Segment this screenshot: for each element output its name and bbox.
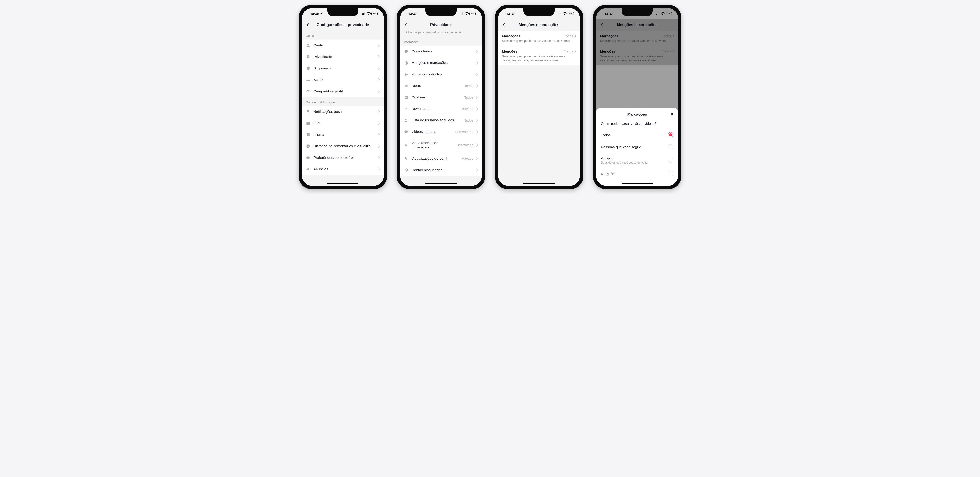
svg-text:A: A <box>307 134 309 136</box>
content[interactable]: Conta Conta Privacidade Segurança <box>302 31 384 186</box>
wifi-icon <box>366 12 370 15</box>
header-title: Configurações e privacidade <box>317 23 369 27</box>
close-button[interactable] <box>670 112 674 117</box>
row-stitch[interactable]: Costurar Todos <box>400 92 482 103</box>
row-comments[interactable]: Comentários <box>400 46 482 57</box>
svg-rect-2 <box>307 122 310 124</box>
chevron-right-icon <box>476 84 478 88</box>
row-value: Desativado <box>457 143 473 147</box>
status-time: 14:48 <box>408 12 417 16</box>
duet-icon <box>404 84 409 88</box>
chevron-right-icon <box>574 50 576 53</box>
row-blocked[interactable]: Contas bloqueadas <box>400 164 482 176</box>
back-button[interactable] <box>403 22 409 27</box>
content[interactable]: TikTok usa para personalizar sua experiê… <box>400 31 482 186</box>
row-tags[interactable]: Marcações Todos Selecione quem pode marc… <box>498 31 580 46</box>
header-title: Privacidade <box>430 23 452 27</box>
cellular-icon <box>558 13 561 15</box>
row-label: Visualizações de perfil <box>412 156 459 161</box>
row-liked-videos[interactable]: Vídeos curtidos Somente eu <box>400 126 482 138</box>
row-content-prefs[interactable]: Preferências de conteúdo <box>302 152 384 163</box>
tags-value: Todos <box>564 34 573 38</box>
row-post-views[interactable]: Visualizações de publicação Desativado <box>400 138 482 153</box>
row-security[interactable]: Segurança <box>302 62 384 74</box>
svg-rect-1 <box>307 80 310 80</box>
row-push[interactable]: Notificações push <box>302 106 384 117</box>
megaphone-icon <box>306 167 310 171</box>
row-mentions[interactable]: Menções e marcações <box>400 57 482 69</box>
option-friends[interactable]: Amigos Seguidores que você segue de volt… <box>596 153 678 168</box>
row-live[interactable]: LIVE <box>302 117 384 129</box>
svg-rect-10 <box>405 96 406 99</box>
chevron-right-icon <box>378 156 380 159</box>
chevron-right-icon <box>476 61 478 65</box>
battery-icon: 66 <box>568 12 574 15</box>
option-everyone[interactable]: Todos <box>596 129 678 141</box>
mention-block: Marcações Todos Selecione quem pode marc… <box>498 31 580 65</box>
sheet-header: Marcações <box>596 108 678 121</box>
row-label: Downloads <box>412 107 459 111</box>
home-indicator[interactable] <box>523 183 555 184</box>
clock-icon <box>306 144 310 148</box>
row-label: Costurar <box>412 95 461 100</box>
chevron-right-icon <box>476 96 478 99</box>
row-downloads[interactable]: Downloads Ativado <box>400 103 482 115</box>
row-label: Histórico de comentários e visualiza... <box>313 144 375 148</box>
chevron-right-icon <box>476 168 478 172</box>
person-icon <box>306 43 310 48</box>
row-duet[interactable]: Dueto Todos <box>400 80 482 92</box>
svg-point-14 <box>407 119 407 120</box>
row-label: Contas bloqueadas <box>412 168 473 172</box>
row-profile-views[interactable]: Visualizações de perfil Ativado <box>400 153 482 164</box>
content[interactable]: Marcações Todos Selecione quem pode marc… <box>498 31 580 186</box>
home-indicator[interactable] <box>425 183 457 184</box>
radio-selected-icon <box>668 132 673 137</box>
row-dm[interactable]: Mensagens diretas <box>400 69 482 80</box>
bell-icon <box>306 109 310 114</box>
back-button[interactable] <box>305 22 310 27</box>
list-interactions: Comentários Menções e marcações Mensagen… <box>400 46 482 176</box>
radio-icon <box>668 158 673 163</box>
battery-icon: 66 <box>371 12 377 15</box>
section-content-header: Conteúdo & Exibição <box>302 97 384 106</box>
row-balance[interactable]: Saldo <box>302 74 384 86</box>
at-icon <box>404 61 409 65</box>
share-icon <box>306 89 310 94</box>
chevron-right-icon <box>378 89 380 93</box>
notch <box>327 8 358 16</box>
chevron-right-icon <box>574 35 576 38</box>
row-share-profile[interactable]: Compartilhar perfil <box>302 86 384 97</box>
phone-4: 14:48 66 Menções e marcações Marcações T… <box>593 5 681 189</box>
row-account[interactable]: Conta <box>302 40 384 51</box>
row-value: Todos <box>465 96 473 99</box>
row-language[interactable]: A Idioma <box>302 129 384 140</box>
send-icon <box>404 72 409 77</box>
row-label: Notificações push <box>313 109 375 114</box>
row-ads[interactable]: Anúncios <box>302 163 384 175</box>
chevron-right-icon <box>378 110 380 113</box>
block-icon <box>404 168 409 172</box>
download-icon <box>404 107 409 111</box>
notch <box>425 8 457 16</box>
tags-title: Marcações <box>502 34 520 38</box>
blurb-text: TikTok usa para personalizar sua experiê… <box>400 31 482 37</box>
svg-point-13 <box>405 119 407 120</box>
lock-icon <box>306 54 310 59</box>
row-label: LIVE <box>313 121 375 126</box>
chevron-right-icon <box>378 67 380 70</box>
row-following-list[interactable]: Lista de usuários seguidos Todos <box>400 115 482 126</box>
row-value: Todos <box>465 84 473 88</box>
row-label: Menções e marcações <box>412 61 473 65</box>
home-indicator[interactable] <box>622 183 653 184</box>
chevron-right-icon <box>378 144 380 148</box>
section-interactions-header: Interações <box>400 37 482 46</box>
video-icon <box>306 155 310 160</box>
option-noone[interactable]: Ninguém <box>596 168 678 180</box>
row-label: Preferências de conteúdo <box>313 155 375 160</box>
row-mentions[interactable]: Menções Todos Selecione quem pode mencio… <box>498 46 580 65</box>
back-button[interactable] <box>501 22 507 27</box>
row-privacy[interactable]: Privacidade <box>302 51 384 62</box>
row-history[interactable]: Histórico de comentários e visualiza... <box>302 140 384 152</box>
option-following[interactable]: Pessoas que você segue <box>596 141 678 153</box>
home-indicator[interactable] <box>327 183 358 184</box>
